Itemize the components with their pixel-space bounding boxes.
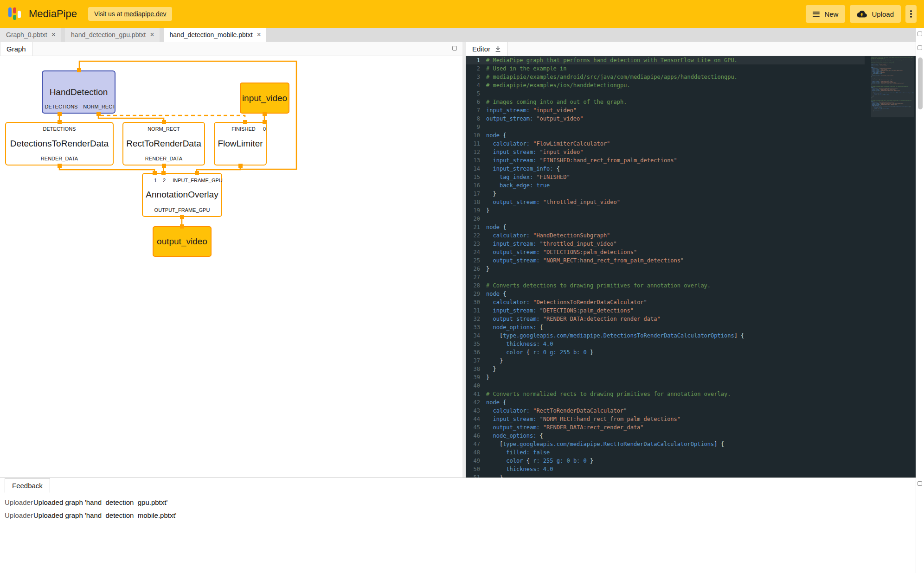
file-tab-label: Graph_0.pbtxt <box>6 31 47 38</box>
header-actions: New Upload <box>806 5 917 23</box>
file-tab-label: hand_detection_gpu.pbtxt <box>71 31 146 38</box>
file-tab-graph0[interactable]: Graph_0.pbtxt × <box>0 28 61 42</box>
editor-tab-label: Editor <box>472 45 490 53</box>
minimap-content[interactable]: # MediaPipe graph that performs hand det… <box>871 57 914 474</box>
graph-tab-label: Graph <box>6 45 26 53</box>
close-icon[interactable]: × <box>51 31 56 38</box>
port-label-detections: DETECTIONS <box>45 104 78 109</box>
download-icon[interactable] <box>494 45 501 52</box>
minimap-slider[interactable] <box>871 56 914 117</box>
feedback-row: Uploader Uploaded graph 'hand_detection_… <box>0 496 924 509</box>
port <box>263 120 267 124</box>
node-hand-detection[interactable]: HandDetection DETECTIONS NORM_RECT <box>42 70 116 114</box>
node-title: input_video <box>241 93 289 103</box>
port <box>161 171 166 175</box>
port <box>195 171 199 175</box>
port-label-detections: DETECTIONS <box>43 126 76 132</box>
popout-icon[interactable] <box>452 46 457 51</box>
tab-feedback[interactable]: Feedback <box>5 478 50 493</box>
mediapipe-logo <box>8 7 22 20</box>
new-button-label: New <box>824 10 838 18</box>
edge-render-data-1 <box>59 166 154 173</box>
node-input-video[interactable]: input_video <box>240 83 289 114</box>
close-icon[interactable]: × <box>150 31 154 38</box>
port-label-norm-rect: NORM_RECT <box>148 126 180 132</box>
code-editor[interactable]: 1# MediaPipe graph that performs hand de… <box>466 56 916 478</box>
port <box>96 112 101 116</box>
editor-scrollbar-thumb[interactable] <box>918 57 923 109</box>
node-rect-to-render-data[interactable]: NORM_RECT RectToRenderData RENDER_DATA <box>122 122 205 166</box>
file-tab-hand-detection-mobile[interactable]: hand_detection_mobile.pbtxt × <box>164 28 266 42</box>
feedback-message: Uploaded graph 'hand_detection_gpu.pbtxt… <box>33 498 167 506</box>
port <box>77 68 81 72</box>
file-tab-label: hand_detection_mobile.pbtxt <box>170 31 253 38</box>
close-icon[interactable]: × <box>257 31 261 38</box>
port <box>238 164 243 168</box>
port-label-1: 1 <box>154 178 157 183</box>
node-title: HandDetection <box>43 87 115 97</box>
port <box>162 120 166 124</box>
port <box>243 120 247 124</box>
more-options-button[interactable] <box>905 5 917 23</box>
feedback-message: Uploaded graph 'hand_detection_mobile.pb… <box>33 511 176 519</box>
port-label-render-data: RENDER_DATA <box>41 156 78 161</box>
new-button[interactable]: New <box>806 5 845 23</box>
port-label-finished: FINISHED <box>231 126 255 132</box>
node-title: FlowLimiter <box>215 139 266 149</box>
app-root: MediaPipe Visit us at mediapipe.dev New … <box>0 0 924 573</box>
upload-button-label: Upload <box>872 10 894 18</box>
port-label-input-frame-gpu: INPUT_FRAME_GPU <box>173 178 223 183</box>
port-label-0: 0 <box>263 126 266 132</box>
editor-panel: Editor 1# MediaPipe graph that performs … <box>466 42 916 478</box>
feedback-source: Uploader <box>5 511 33 519</box>
app-title: MediaPipe <box>29 8 77 20</box>
node-title: RectToRenderData <box>123 139 204 149</box>
file-tab-hand-detection-gpu[interactable]: hand_detection_gpu.pbtxt × <box>65 28 159 42</box>
port-label-norm-rect: NORM_RECT <box>83 104 116 109</box>
cloud-upload-icon <box>857 11 867 18</box>
node-flow-limiter[interactable]: FINISHED 0 FlowLimiter <box>214 122 267 166</box>
feedback-row: Uploader Uploaded graph 'hand_detection_… <box>0 509 924 522</box>
node-title: AnnotationOverlay <box>143 190 221 200</box>
upload-button[interactable]: Upload <box>850 5 901 23</box>
node-detections-to-render-data[interactable]: DETECTIONS DetectionsToRenderData RENDER… <box>5 122 114 166</box>
port <box>263 112 267 116</box>
port <box>180 215 184 219</box>
app-header: MediaPipe Visit us at mediapipe.dev New … <box>0 0 924 28</box>
port <box>153 171 157 175</box>
feedback-tab-label: Feedback <box>12 482 43 490</box>
port-label-2: 2 <box>163 178 166 183</box>
tab-editor[interactable]: Editor <box>466 42 508 56</box>
popout-icon[interactable] <box>918 481 922 486</box>
node-title: output_video <box>154 236 211 247</box>
visit-text: Visit us at <box>94 10 122 18</box>
port-label-output-frame-gpu: OUTPUT_FRAME_GPU <box>154 207 210 213</box>
code-lines: 1# MediaPipe graph that performs hand de… <box>466 56 865 478</box>
node-title: DetectionsToRenderData <box>6 139 113 149</box>
port <box>58 112 62 116</box>
port <box>58 120 62 124</box>
feedback-panel: Feedback Uploader Uploaded graph 'hand_d… <box>0 478 924 573</box>
restore-layout-icon[interactable] <box>918 32 922 36</box>
node-output-video[interactable]: output_video <box>153 226 212 257</box>
node-annotation-overlay[interactable]: 1 2 INPUT_FRAME_GPU AnnotationOverlay OU… <box>142 173 222 217</box>
popout-icon[interactable] <box>918 45 922 50</box>
menu-icon <box>813 10 820 18</box>
port <box>162 164 166 168</box>
tab-graph[interactable]: Graph <box>0 42 32 56</box>
feedback-source: Uploader <box>5 498 33 506</box>
kebab-icon <box>910 9 912 19</box>
right-rail <box>916 28 924 573</box>
file-tab-bar: Graph_0.pbtxt × hand_detection_gpu.pbtxt… <box>0 28 924 42</box>
graph-canvas[interactable]: HandDetection DETECTIONS NORM_RECT input… <box>0 56 462 478</box>
visit-chip: Visit us at mediapipe.dev <box>88 7 173 21</box>
panel-divider[interactable] <box>462 42 466 478</box>
feedback-entries: Uploader Uploaded graph 'hand_detection_… <box>0 496 924 522</box>
graph-panel: Graph HandDetection <box>0 42 462 478</box>
port-label-render-data: RENDER_DATA <box>145 156 182 161</box>
visit-link[interactable]: mediapipe.dev <box>124 10 166 18</box>
editor-panel-header: Editor <box>466 42 916 56</box>
edge-throttled-to-overlay <box>197 166 240 173</box>
port <box>180 224 184 229</box>
edge-norm-rect <box>98 114 164 122</box>
